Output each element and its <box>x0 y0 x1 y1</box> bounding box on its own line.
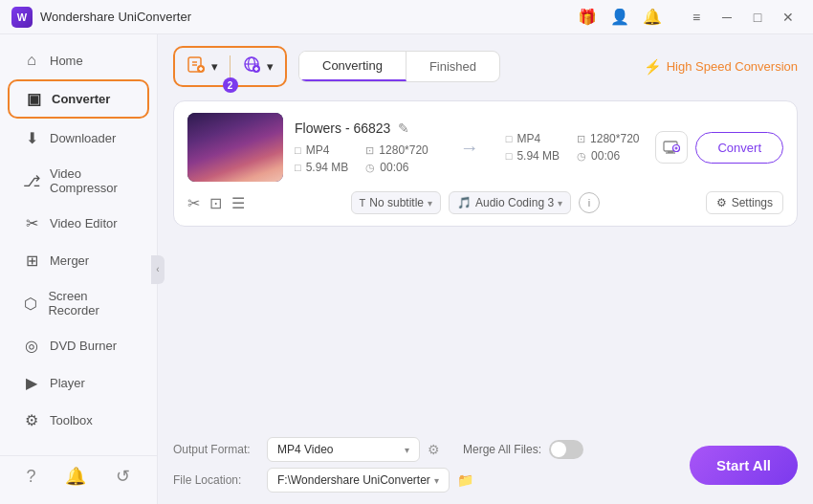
file-name-row: Flowers - 66823 ✎ <box>295 121 433 136</box>
sidebar-item-video-compressor[interactable]: ⎇ Video Compressor <box>8 158 149 204</box>
top-bar: ▾ ▾ 2 <box>173 46 798 87</box>
size-icon: □ <box>295 162 301 173</box>
folder-open-icon[interactable]: 📁 <box>457 472 473 488</box>
title-bar-icons: 🎁 👤 🔔 <box>574 4 666 31</box>
audio-select[interactable]: 🎵 Audio Coding 3 ▾ <box>449 191 571 214</box>
app-title: Wondershare UniConverter <box>40 10 191 24</box>
sidebar-item-merger-label: Merger <box>50 253 89 268</box>
more-icon[interactable]: ☰ <box>231 194 245 212</box>
help-icon[interactable]: ? <box>26 467 35 487</box>
sidebar-item-merger[interactable]: ⊞ Merger <box>8 243 149 278</box>
home-icon: ⌂ <box>23 52 40 69</box>
file-location-value: F:\Wondershare UniConverter <box>277 473 430 487</box>
title-bar-left: W Wondershare UniConverter <box>11 7 191 28</box>
bottom-bar: Output Format: MP4 Video ▾ ⚙ Merge All F… <box>173 424 798 493</box>
toolbox-icon: ⚙ <box>23 411 40 429</box>
file-location-label: File Location: <box>173 473 259 487</box>
edit-icon[interactable]: ✎ <box>398 121 409 136</box>
start-all-btn[interactable]: Start All <box>690 446 798 485</box>
sidebar: ⌂ Home ▣ Converter ⬇ Downloader ⎇ Video … <box>0 34 158 504</box>
settings-btn-label: Settings <box>732 196 773 209</box>
card-actions: ✂ ⊡ ☰ <box>187 194 245 212</box>
recorder-icon: ⬡ <box>23 295 38 313</box>
arrow-area: → <box>445 137 494 159</box>
app-logo: W <box>11 7 33 28</box>
minimize-btn[interactable]: ─ <box>714 4 740 31</box>
resolution-icon: ⊡ <box>365 144 374 157</box>
sidebar-item-converter[interactable]: ▣ Converter <box>8 79 149 119</box>
merger-icon: ⊞ <box>23 252 40 270</box>
output-duration-row: ◷ 00:06 <box>577 149 644 163</box>
high-speed-conversion[interactable]: ⚡ High Speed Conversion <box>644 58 798 76</box>
settings-btn[interactable]: ⚙ Settings <box>706 191 783 214</box>
screen-capture-btn[interactable] <box>655 131 688 164</box>
input-resolution: 1280*720 <box>379 143 428 157</box>
output-info: □ MP4 ⊡ 1280*720 □ 5.94 MB ◷ <box>506 132 645 163</box>
user-icon-btn[interactable]: 👤 <box>606 4 633 31</box>
window-controls: ≡ ─ □ ✕ <box>683 4 802 31</box>
output-format-value: MP4 Video <box>277 443 333 456</box>
main-layout: ⌂ Home ▣ Converter ⬇ Downloader ⎇ Video … <box>0 34 813 504</box>
add-url-btn[interactable]: ▾ <box>231 48 285 85</box>
file-card-top: Flowers - 66823 ✎ □ MP4 ⊡ 1280*720 <box>187 113 783 182</box>
sidebar-item-home-label: Home <box>50 54 83 68</box>
high-speed-label: High Speed Conversion <box>667 59 798 74</box>
output-size-icon: □ <box>506 150 513 162</box>
close-btn[interactable]: ✕ <box>775 4 802 31</box>
sidebar-item-dvd-burner[interactable]: ◎ DVD Burner <box>8 328 149 363</box>
compressor-icon: ⎇ <box>23 172 40 190</box>
sidebar-item-home[interactable]: ⌂ Home <box>8 43 149 77</box>
settings-gear-icon: ⚙ <box>716 196 727 209</box>
output-format: MP4 <box>516 132 540 145</box>
subtitle-label-text: T <box>360 197 366 208</box>
maximize-btn[interactable]: □ <box>744 4 771 31</box>
convert-btn[interactable]: Convert <box>695 132 783 164</box>
sidebar-item-editor-label: Video Editor <box>50 216 118 230</box>
input-size: 5.94 MB <box>306 161 349 174</box>
subtitle-chevron-icon: ▾ <box>428 198 432 208</box>
sidebar-item-player[interactable]: ▶ Player <box>8 365 149 401</box>
cut-icon[interactable]: ✂ <box>187 194 200 212</box>
notification-icon[interactable]: 🔔 <box>65 466 86 487</box>
add-files-icon <box>187 55 206 78</box>
add-files-btn[interactable]: ▾ <box>175 48 230 85</box>
output-meta: □ MP4 ⊡ 1280*720 □ 5.94 MB ◷ <box>506 132 645 163</box>
merge-toggle[interactable] <box>549 440 583 459</box>
format-icon: □ <box>295 144 301 156</box>
add-buttons-group: ▾ ▾ 2 <box>173 46 287 87</box>
sidebar-item-player-label: Player <box>50 376 85 390</box>
bolt-icon: ⚡ <box>644 58 662 76</box>
refresh-icon[interactable]: ↺ <box>116 466 130 487</box>
add-url-icon <box>242 55 261 78</box>
gift-icon-btn[interactable]: 🎁 <box>574 4 601 31</box>
info-btn[interactable]: i <box>579 192 600 213</box>
sidebar-item-screen-recorder[interactable]: ⬡ Screen Recorder <box>8 280 149 326</box>
sidebar-item-downloader[interactable]: ⬇ Downloader <box>8 121 149 156</box>
sidebar-collapse-btn[interactable]: ‹ <box>151 255 165 284</box>
input-size-row: □ 5.94 MB <box>295 161 362 174</box>
output-duration: 00:06 <box>591 149 620 163</box>
output-size-row: □ 5.94 MB <box>506 149 573 163</box>
input-duration-row: ◷ 00:06 <box>365 161 432 174</box>
crop-icon[interactable]: ⊡ <box>209 194 222 212</box>
tab-converting[interactable]: Converting <box>299 52 406 81</box>
output-format-select[interactable]: MP4 Video ▾ <box>267 437 420 462</box>
menu-icon-btn[interactable]: ≡ <box>683 4 710 31</box>
file-thumbnail <box>187 113 283 182</box>
tab-finished[interactable]: Finished <box>406 52 499 81</box>
bell-icon-btn[interactable]: 🔔 <box>639 4 666 31</box>
sidebar-item-converter-label: Converter <box>52 92 110 106</box>
merge-row: Merge All Files: <box>463 440 583 459</box>
add-url-dropdown-icon: ▾ <box>267 59 274 74</box>
file-location-row: File Location: F:\Wondershare UniConvert… <box>173 468 663 493</box>
sidebar-item-recorder-label: Screen Recorder <box>48 289 134 318</box>
output-format-row: Output Format: MP4 Video ▾ ⚙ Merge All F… <box>173 437 663 462</box>
format-settings-icon[interactable]: ⚙ <box>428 442 440 457</box>
sidebar-item-video-editor[interactable]: ✂ Video Editor <box>8 206 149 241</box>
subtitle-select[interactable]: T No subtitle ▾ <box>351 191 441 214</box>
convert-section: Convert <box>655 131 783 164</box>
file-location-select[interactable]: F:\Wondershare UniConverter ▾ <box>267 468 450 493</box>
input-format-row: □ MP4 <box>295 143 362 157</box>
output-resolution: 1280*720 <box>590 132 639 145</box>
sidebar-item-toolbox[interactable]: ⚙ Toolbox <box>8 403 149 438</box>
